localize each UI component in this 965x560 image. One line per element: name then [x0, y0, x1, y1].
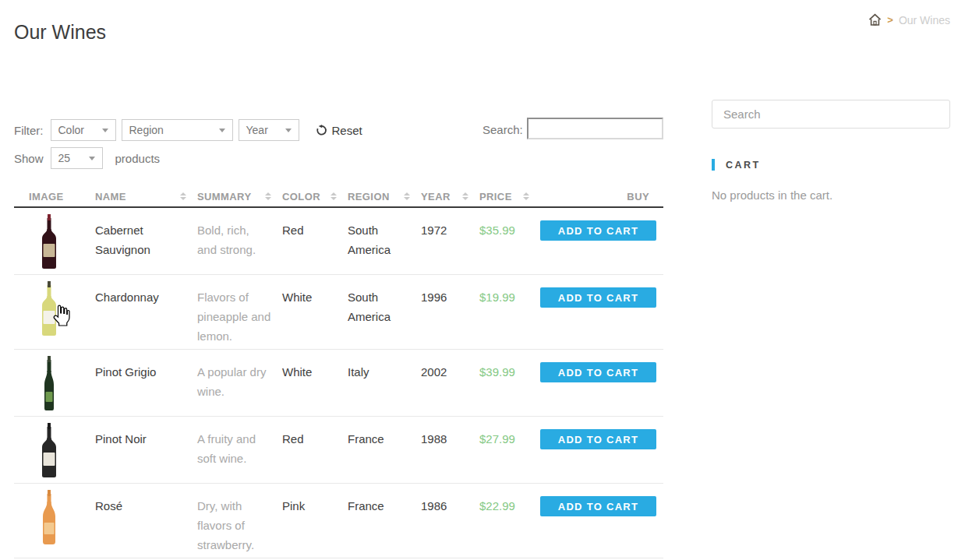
- product-buy-cell: ADD TO CART: [540, 484, 663, 519]
- color-filter-value: Color: [58, 124, 84, 136]
- product-price: $22.99: [479, 484, 540, 519]
- sidebar-search-input[interactable]: [712, 100, 950, 129]
- product-color: White: [282, 275, 348, 310]
- add-to-cart-button[interactable]: ADD TO CART: [540, 429, 656, 449]
- product-buy-cell: ADD TO CART: [540, 350, 663, 386]
- product-price: $27.99: [479, 417, 540, 452]
- product-row: Cabernet SauvignonBold, rich, and strong…: [14, 208, 663, 275]
- column-header-label: PRICE: [479, 191, 512, 203]
- breadcrumb-current[interactable]: Our Wines: [899, 14, 950, 26]
- product-name: Pinot Grigio: [95, 350, 197, 385]
- table-body: Cabernet SauvignonBold, rich, and strong…: [14, 208, 663, 558]
- products-label: products: [115, 152, 161, 165]
- our-wines-page: Our Wines > Our Wines Filter: Color Regi…: [0, 0, 965, 560]
- product-row: ChardonnayFlavors of pineapple and lemon…: [14, 275, 663, 350]
- product-buy-cell: ADD TO CART: [540, 208, 663, 244]
- product-summary: A fruity and soft wine.: [197, 417, 282, 471]
- wine-bottle-image[interactable]: [37, 356, 61, 412]
- column-header-year[interactable]: YEAR: [421, 191, 479, 203]
- page-title: Our Wines: [14, 21, 106, 44]
- chevron-down-icon: [102, 129, 108, 132]
- sort-arrows-icon[interactable]: [404, 192, 410, 200]
- column-header-label: SUMMARY: [197, 191, 251, 203]
- reset-label: Reset: [332, 124, 362, 137]
- sort-arrows-icon[interactable]: [523, 192, 529, 200]
- product-buy-cell: ADD TO CART: [540, 417, 663, 453]
- product-price: $39.99: [479, 350, 540, 385]
- column-header-image: IMAGE: [14, 191, 95, 203]
- column-header-label: YEAR: [421, 191, 451, 203]
- reset-filters-button[interactable]: Reset: [316, 124, 362, 137]
- product-year: 1996: [421, 275, 479, 310]
- year-filter-select[interactable]: Year: [239, 119, 299, 141]
- product-price: $35.99: [479, 208, 540, 243]
- show-label: Show: [14, 152, 44, 165]
- column-header-price[interactable]: PRICE: [479, 191, 540, 203]
- sort-arrows-icon[interactable]: [331, 192, 337, 200]
- product-image-cell: [14, 208, 95, 273]
- column-header-summary[interactable]: SUMMARY: [197, 191, 282, 203]
- column-header-label: NAME: [95, 191, 126, 203]
- product-image-cell: [14, 484, 95, 549]
- product-region: South America: [348, 275, 421, 329]
- sort-arrows-icon[interactable]: [265, 192, 271, 200]
- product-color: Pink: [282, 484, 348, 519]
- product-color: Red: [282, 417, 348, 452]
- wines-table: IMAGENAMESUMMARYCOLORREGIONYEARPRICEBUY …: [14, 186, 663, 558]
- add-to-cart-button[interactable]: ADD TO CART: [540, 287, 656, 308]
- product-region: Italy: [348, 350, 421, 385]
- product-price: $19.99: [479, 275, 540, 310]
- product-year: 2002: [421, 350, 479, 385]
- color-filter-select[interactable]: Color: [51, 119, 116, 141]
- sort-arrows-icon[interactable]: [180, 192, 186, 200]
- column-header-name[interactable]: NAME: [95, 191, 197, 203]
- region-filter-value: Region: [129, 124, 164, 136]
- sort-arrows-icon[interactable]: [462, 192, 468, 200]
- product-year: 1988: [421, 417, 479, 452]
- table-search-label: Search:: [483, 123, 523, 136]
- wine-bottle-image[interactable]: [37, 214, 61, 270]
- filter-label: Filter:: [14, 124, 44, 137]
- column-header-label: IMAGE: [29, 191, 64, 203]
- add-to-cart-button[interactable]: ADD TO CART: [540, 362, 656, 382]
- chevron-down-icon: [219, 129, 225, 132]
- cart-widget-heading: CART: [712, 159, 761, 171]
- product-region: France: [348, 417, 421, 452]
- product-summary: Flavors of pineapple and lemon.: [197, 275, 282, 349]
- column-header-label: REGION: [348, 191, 390, 203]
- product-summary: Bold, rich, and strong.: [197, 208, 282, 262]
- cart-accent-bar: [712, 159, 715, 171]
- table-search-input[interactable]: [527, 118, 663, 139]
- product-summary: A popular dry wine.: [197, 350, 282, 404]
- add-to-cart-button[interactable]: ADD TO CART: [540, 496, 656, 516]
- product-name: Pinot Noir: [95, 417, 197, 452]
- show-count-value: 25: [58, 152, 71, 164]
- product-row: RoséDry, with flavors of strawberry.Pink…: [14, 484, 663, 558]
- breadcrumb: > Our Wines: [868, 13, 950, 26]
- show-count-select[interactable]: 25: [51, 147, 103, 169]
- product-buy-cell: ADD TO CART: [540, 275, 663, 311]
- filter-bar: Filter: Color Region Year Reset: [14, 119, 362, 141]
- cart-title: CART: [726, 160, 761, 171]
- product-name: Cabernet Sauvignon: [95, 208, 197, 262]
- product-name: Rosé: [95, 484, 197, 519]
- year-filter-value: Year: [246, 124, 268, 136]
- breadcrumb-separator: >: [887, 15, 893, 25]
- wine-bottle-image[interactable]: [37, 281, 61, 337]
- wine-bottle-image[interactable]: [37, 490, 61, 546]
- home-icon[interactable]: [868, 13, 882, 26]
- add-to-cart-button[interactable]: ADD TO CART: [540, 220, 656, 241]
- region-filter-select[interactable]: Region: [122, 119, 233, 141]
- product-region: South America: [348, 208, 421, 262]
- column-header-region[interactable]: REGION: [348, 191, 421, 203]
- product-color: Red: [282, 208, 348, 243]
- column-header-label: BUY: [627, 191, 649, 203]
- product-row: Pinot NoirA fruity and soft wine.RedFran…: [14, 417, 663, 484]
- reset-icon: [316, 125, 327, 136]
- product-image-cell: [14, 350, 95, 415]
- product-region: France: [348, 484, 421, 519]
- wine-bottle-image[interactable]: [37, 423, 61, 479]
- column-header-buy: BUY: [540, 191, 663, 203]
- product-year: 1972: [421, 208, 479, 243]
- column-header-color[interactable]: COLOR: [282, 191, 348, 203]
